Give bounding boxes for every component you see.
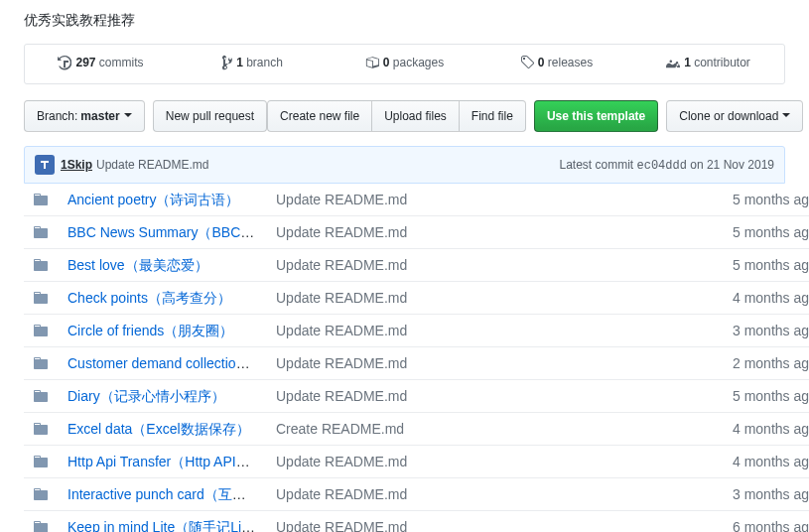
clone-download-button[interactable]: Clone or download (666, 100, 803, 132)
table-row: Ancient poetry（诗词古语）Update README.md5 mo… (24, 184, 809, 216)
folder-icon (34, 519, 48, 532)
table-row: Http Api Transfer（Http API调用）Update READ… (24, 446, 809, 478)
table-row: BBC News Summary（BBC新闻摘...Update README.… (24, 216, 809, 249)
folder-link[interactable]: Customer demand collection（客... (67, 355, 266, 371)
latest-commit-bar: 1Skip Update README.md Latest commit ec0… (24, 146, 785, 184)
folder-link[interactable]: Interactive punch card（互动打... (67, 486, 266, 502)
releases-link[interactable]: 0 releases (520, 55, 593, 70)
packages-link[interactable]: 0 packages (365, 55, 444, 70)
file-age: 6 months ago (723, 511, 809, 533)
branch-select-button[interactable]: Branch:master (24, 100, 145, 132)
row-icon-cell (24, 413, 58, 446)
row-icon-cell (24, 511, 58, 533)
folder-icon (34, 454, 48, 469)
folder-link[interactable]: Circle of friends（朋友圈） (67, 323, 233, 338)
contributors-label: contributor (694, 56, 750, 69)
upload-files-button[interactable]: Upload files (371, 100, 460, 132)
branches-link[interactable]: 1 branch (222, 55, 283, 70)
branch-prefix: Branch: (37, 106, 77, 126)
new-pull-request-button[interactable]: New pull request (153, 100, 267, 132)
commit-message-link[interactable]: Update README.md (276, 257, 407, 273)
clone-label: Clone or download (679, 106, 778, 126)
folder-link[interactable]: Http Api Transfer（Http API调用） (67, 454, 266, 469)
commit-message-link[interactable]: Update README.md (276, 192, 407, 207)
commit-message-link[interactable]: Update README.md (96, 158, 208, 172)
folder-link[interactable]: Keep in mind Lite（随手记Lite小... (67, 519, 266, 532)
file-age: 2 months ago (723, 347, 809, 380)
folder-icon (34, 421, 48, 437)
file-age: 3 months ago (723, 315, 809, 347)
folder-icon (34, 257, 48, 273)
caret-down-icon (124, 113, 132, 121)
folder-icon (34, 192, 48, 207)
folder-icon (34, 224, 48, 240)
find-file-button[interactable]: Find file (459, 100, 526, 132)
author-avatar[interactable] (35, 155, 55, 175)
branches-count: 1 (236, 56, 243, 69)
row-icon-cell (24, 184, 58, 216)
repo-stats-bar: 297 commits 1 branch 0 packages 0 releas… (24, 44, 785, 84)
row-icon-cell (24, 478, 58, 511)
row-icon-cell (24, 347, 58, 380)
folder-link[interactable]: Check points（高考查分） (67, 290, 231, 306)
table-row: Excel data（Excel数据保存）Create README.md4 m… (24, 413, 809, 446)
commit-message-link[interactable]: Update README.md (276, 454, 407, 469)
commit-author-link[interactable]: 1Skip (61, 158, 92, 172)
row-icon-cell (24, 380, 58, 413)
file-age: 4 months ago (723, 282, 809, 315)
row-icon-cell (24, 446, 58, 478)
file-age: 5 months ago (723, 184, 809, 216)
folder-link[interactable]: Best love（最美恋爱） (67, 257, 208, 273)
table-row: Best love（最美恋爱）Update README.md5 months … (24, 249, 809, 282)
create-new-file-button[interactable]: Create new file (267, 100, 372, 132)
file-age: 5 months ago (723, 380, 809, 413)
commits-label: commits (99, 56, 144, 69)
row-icon-cell (24, 216, 58, 249)
folder-icon (34, 290, 48, 306)
commit-message-link[interactable]: Update README.md (276, 355, 407, 371)
commit-message-link[interactable]: Update README.md (276, 224, 407, 240)
packages-label: packages (393, 56, 444, 69)
commits-count: 297 (75, 56, 95, 69)
releases-label: releases (548, 56, 593, 69)
commit-message-link[interactable]: Update README.md (276, 323, 407, 338)
table-row: Diary（记录心情小程序）Update README.md5 months a… (24, 380, 809, 413)
tag-icon (520, 55, 534, 70)
commits-link[interactable]: 297 commits (58, 55, 143, 70)
folder-icon (34, 355, 48, 371)
row-icon-cell (24, 282, 58, 315)
file-actions-group: Create new file Upload files Find file (267, 100, 526, 132)
use-template-button[interactable]: Use this template (534, 100, 658, 132)
table-row: Customer demand collection（客...Update RE… (24, 347, 809, 380)
folder-link[interactable]: Excel data（Excel数据保存） (67, 421, 250, 437)
commit-sha-link[interactable]: ec04ddd (637, 159, 687, 173)
table-row: Interactive punch card（互动打...Update READ… (24, 478, 809, 511)
file-age: 3 months ago (723, 478, 809, 511)
commit-message-link[interactable]: Update README.md (276, 290, 407, 306)
commit-message-link[interactable]: Create README.md (276, 421, 404, 437)
contributors-link[interactable]: 1 contributor (666, 55, 750, 70)
table-row: Check points（高考查分）Update README.md4 mont… (24, 282, 809, 315)
history-icon (58, 55, 71, 70)
contributors-count: 1 (684, 56, 691, 69)
caret-down-icon (782, 113, 790, 121)
commit-message-link[interactable]: Update README.md (276, 519, 407, 532)
people-icon (666, 55, 680, 70)
branch-icon (222, 55, 232, 70)
folder-link[interactable]: Ancient poetry（诗词古语） (67, 192, 240, 207)
releases-count: 0 (538, 56, 545, 69)
commit-message-link[interactable]: Update README.md (276, 388, 407, 404)
folder-link[interactable]: BBC News Summary（BBC新闻摘... (67, 224, 266, 240)
folder-icon (34, 323, 48, 338)
branches-label: branch (246, 56, 283, 69)
packages-count: 0 (383, 56, 390, 69)
commit-message-link[interactable]: Update README.md (276, 486, 407, 502)
section-heading: 优秀实践教程推荐 (24, 0, 785, 44)
folder-icon (34, 388, 48, 404)
commit-date: on 21 Nov 2019 (690, 158, 774, 172)
latest-commit-prefix: Latest commit (559, 158, 633, 172)
folder-link[interactable]: Diary（记录心情小程序） (67, 388, 225, 404)
row-icon-cell (24, 315, 58, 347)
file-age: 4 months ago (723, 413, 809, 446)
branch-name: master (80, 106, 119, 126)
